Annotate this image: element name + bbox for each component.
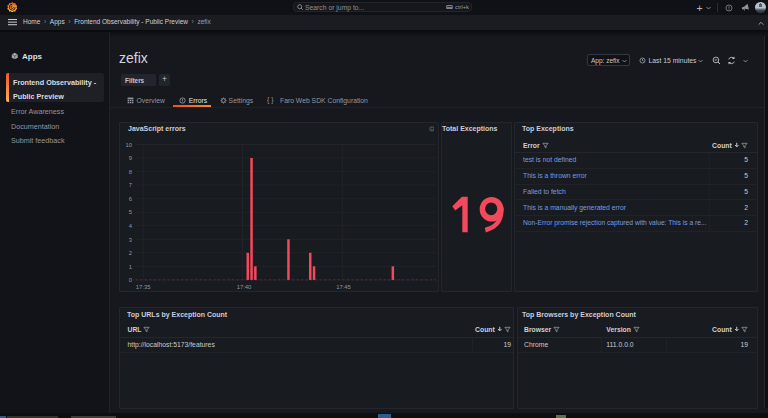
svg-text:4: 4 [129, 222, 133, 228]
svg-text:2: 2 [129, 250, 132, 256]
svg-text:8: 8 [129, 168, 133, 174]
svg-text:6: 6 [129, 195, 133, 201]
svg-text:1: 1 [129, 263, 132, 269]
svg-text:17:45: 17:45 [336, 283, 351, 289]
svg-text:5: 5 [129, 209, 133, 215]
svg-text:3: 3 [129, 236, 133, 242]
svg-text:10: 10 [125, 141, 132, 147]
svg-text:9: 9 [129, 155, 132, 161]
svg-text:0: 0 [129, 277, 133, 283]
svg-text:17:35: 17:35 [136, 283, 151, 289]
svg-text:17:40: 17:40 [237, 283, 252, 289]
svg-text:7: 7 [129, 182, 132, 188]
